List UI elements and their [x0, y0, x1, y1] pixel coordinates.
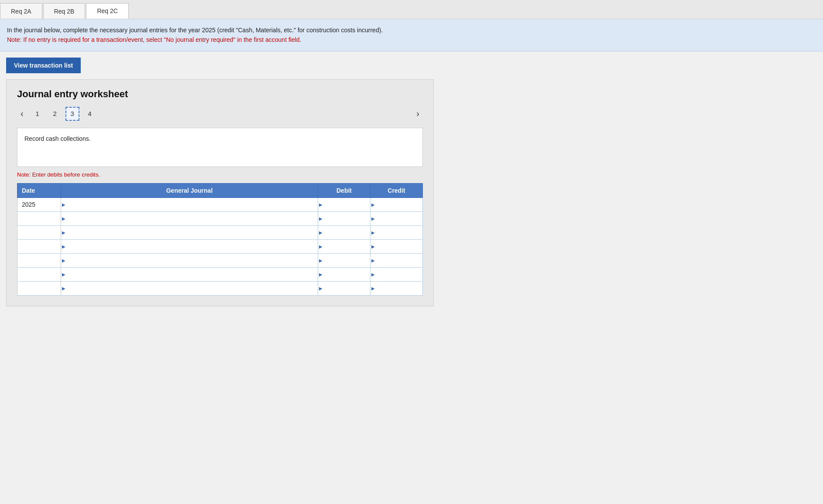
record-box: Record cash collections.: [17, 128, 423, 167]
record-text: Record cash collections.: [24, 135, 91, 142]
table-row: [17, 253, 423, 267]
journal-input-1[interactable]: [61, 198, 318, 211]
note-debits: Note: Enter debits before credits.: [17, 171, 423, 178]
tab-req2a[interactable]: Req 2A: [0, 3, 42, 19]
date-cell-3: [17, 225, 61, 239]
debit-cell-4[interactable]: [318, 239, 370, 253]
debit-cell-3[interactable]: [318, 225, 370, 239]
debit-cell-6[interactable]: [318, 267, 370, 281]
table-row: [17, 281, 423, 295]
journal-cell-7[interactable]: [61, 281, 318, 295]
journal-input-2[interactable]: [61, 212, 318, 225]
journal-cell-1[interactable]: [61, 198, 318, 211]
nav-prev-button[interactable]: ‹: [17, 108, 27, 119]
col-header-journal: General Journal: [61, 183, 318, 198]
col-header-credit: Credit: [370, 183, 423, 198]
table-row: [17, 267, 423, 281]
journal-cell-5[interactable]: [61, 253, 318, 267]
journal-cell-2[interactable]: [61, 211, 318, 225]
journal-input-4[interactable]: [61, 240, 318, 253]
date-cell-5: [17, 253, 61, 267]
credit-input-6[interactable]: [370, 268, 422, 281]
nav-number-3[interactable]: 3: [65, 107, 79, 121]
debit-input-6[interactable]: [318, 268, 370, 281]
journal-cell-4[interactable]: [61, 239, 318, 253]
debit-input-1[interactable]: [318, 198, 370, 211]
debit-cell-1[interactable]: [318, 198, 370, 211]
credit-input-4[interactable]: [370, 240, 422, 253]
journal-input-6[interactable]: [61, 268, 318, 281]
date-cell-7: [17, 281, 61, 295]
tab-bar: Req 2A Req 2B Req 2C: [0, 0, 823, 19]
instruction-box: In the journal below, complete the neces…: [0, 19, 823, 51]
debit-input-4[interactable]: [318, 240, 370, 253]
worksheet-title: Journal entry worksheet: [17, 89, 423, 100]
credit-input-5[interactable]: [370, 254, 422, 267]
table-row: 2025: [17, 198, 423, 211]
col-header-date: Date: [17, 183, 61, 198]
credit-cell-7[interactable]: [370, 281, 423, 295]
table-row: [17, 211, 423, 225]
credit-input-1[interactable]: [370, 198, 422, 211]
debit-input-2[interactable]: [318, 212, 370, 225]
credit-cell-1[interactable]: [370, 198, 423, 211]
date-cell-6: [17, 267, 61, 281]
tab-req2b[interactable]: Req 2B: [43, 3, 86, 19]
journal-cell-3[interactable]: [61, 225, 318, 239]
date-cell-2: [17, 211, 61, 225]
credit-input-2[interactable]: [370, 212, 422, 225]
instruction-main-text: In the journal below, complete the neces…: [7, 27, 383, 34]
nav-number-4[interactable]: 4: [83, 107, 97, 121]
nav-number-2[interactable]: 2: [48, 107, 62, 121]
date-cell-4: [17, 239, 61, 253]
journal-table: Date General Journal Debit Credit 2025: [17, 183, 423, 296]
credit-cell-5[interactable]: [370, 253, 423, 267]
journal-input-7[interactable]: [61, 282, 318, 295]
journal-cell-6[interactable]: [61, 267, 318, 281]
journal-input-3[interactable]: [61, 226, 318, 239]
journal-input-5[interactable]: [61, 254, 318, 267]
nav-row: ‹ 1 2 3 4 ›: [17, 107, 423, 121]
date-cell-1: 2025: [17, 198, 61, 211]
debit-cell-5[interactable]: [318, 253, 370, 267]
credit-cell-3[interactable]: [370, 225, 423, 239]
debit-input-3[interactable]: [318, 226, 370, 239]
debit-cell-2[interactable]: [318, 211, 370, 225]
credit-input-7[interactable]: [370, 282, 422, 295]
credit-cell-4[interactable]: [370, 239, 423, 253]
nav-number-1[interactable]: 1: [31, 107, 45, 121]
instruction-note-text: Note: If no entry is required for a tran…: [7, 36, 302, 43]
col-header-debit: Debit: [318, 183, 370, 198]
credit-cell-2[interactable]: [370, 211, 423, 225]
debit-cell-7[interactable]: [318, 281, 370, 295]
table-row: [17, 225, 423, 239]
view-transaction-button[interactable]: View transaction list: [6, 58, 81, 73]
credit-input-3[interactable]: [370, 226, 422, 239]
worksheet-container: Journal entry worksheet ‹ 1 2 3 4 › Reco…: [6, 79, 434, 306]
debit-input-7[interactable]: [318, 282, 370, 295]
table-row: [17, 239, 423, 253]
nav-next-button[interactable]: ›: [413, 108, 423, 119]
debit-input-5[interactable]: [318, 254, 370, 267]
credit-cell-6[interactable]: [370, 267, 423, 281]
tab-req2c[interactable]: Req 2C: [86, 3, 128, 19]
